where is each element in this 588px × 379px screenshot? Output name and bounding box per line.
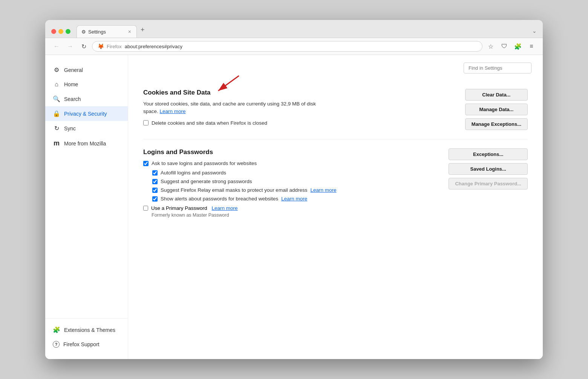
sidebar-item-search[interactable]: 🔍 Search	[45, 92, 128, 106]
settings-tab[interactable]: ⚙ Settings ×	[77, 25, 137, 38]
sidebar-item-support[interactable]: ? Firefox Support	[45, 337, 128, 351]
delete-cookies-checkbox-row: Delete cookies and site data when Firefo…	[143, 120, 450, 126]
back-button[interactable]: ←	[51, 41, 62, 52]
cookies-section-inner: Cookies and Site Data	[143, 89, 528, 130]
sidebar-extensions-label: Extensions & Themes	[64, 327, 115, 333]
tab-close-button[interactable]: ×	[127, 28, 132, 35]
logins-left: Logins and Passwords Ask to save logins …	[143, 148, 433, 218]
sidebar-item-privacy[interactable]: 🔒 Privacy & Security	[45, 106, 128, 121]
primary-password-label: Use a Primary Password	[151, 205, 207, 211]
reload-button[interactable]: ↻	[78, 41, 89, 52]
extensions-icon[interactable]: 🧩	[513, 41, 523, 52]
saved-logins-button[interactable]: Saved Logins...	[449, 163, 528, 175]
sidebar-mozilla-label: More from Mozilla	[64, 141, 106, 147]
strong-passwords-label: Suggest and generate strong passwords	[161, 179, 252, 184]
primary-pw-learn-more-link[interactable]: Learn more	[212, 205, 238, 211]
window-controls-right: ⌄	[532, 28, 537, 38]
manage-exceptions-button[interactable]: Manage Exceptions...	[465, 118, 528, 130]
home-icon: ⌂	[53, 81, 60, 88]
title-with-arrow: Cookies and Site Data	[143, 89, 211, 100]
cookies-buttons: Clear Data... Manage Data... Manage Exce…	[465, 89, 528, 130]
privacy-icon: 🔒	[53, 110, 60, 117]
relay-learn-more-link[interactable]: Learn more	[310, 187, 336, 193]
extensions-sidebar-icon: 🧩	[53, 326, 60, 333]
logins-sub-checkboxes: Autofill logins and passwords Suggest an…	[143, 170, 433, 202]
content-area: Cookies and Site Data	[128, 55, 543, 359]
firefox-label: Firefox	[107, 44, 122, 49]
breach-learn-more-link[interactable]: Learn more	[281, 196, 307, 202]
sidebar-item-extensions[interactable]: 🧩 Extensions & Themes	[45, 322, 128, 337]
svg-line-1	[218, 76, 239, 91]
delete-cookies-label: Delete cookies and site data when Firefo…	[152, 120, 267, 126]
nav-right-icons: ☆ 🛡 🧩 ≡	[485, 41, 537, 52]
ask-save-checkbox[interactable]	[143, 161, 149, 166]
support-icon: ?	[53, 341, 60, 348]
title-bar: ⚙ Settings × + ⌄	[45, 20, 543, 38]
browser-window: ⚙ Settings × + ⌄ ← → ↻ 🦊 Firefox about:p…	[45, 20, 543, 359]
traffic-lights	[51, 29, 70, 38]
logins-section: Logins and Passwords Ask to save logins …	[143, 148, 528, 218]
relay-checkbox[interactable]	[152, 188, 158, 193]
autofill-row: Autofill logins and passwords	[152, 170, 433, 176]
mozilla-icon: m	[53, 139, 60, 147]
section-divider	[143, 139, 528, 139]
ask-save-row: Ask to save logins and passwords for web…	[143, 160, 433, 166]
primary-password-row: Use a Primary Password Learn more	[143, 205, 433, 211]
logins-buttons: Exceptions... Saved Logins... Change Pri…	[449, 148, 528, 190]
search-icon: 🔍	[53, 95, 60, 102]
change-primary-pw-button[interactable]: Change Primary Password...	[449, 178, 528, 190]
delete-cookies-checkbox[interactable]	[143, 120, 149, 125]
ask-save-label: Ask to save logins and passwords for web…	[152, 160, 257, 166]
sidebar-sync-label: Sync	[64, 125, 76, 131]
bookmark-icon[interactable]: ☆	[485, 41, 496, 52]
autofill-checkbox[interactable]	[152, 170, 158, 176]
sidebar-privacy-label: Privacy & Security	[64, 111, 107, 117]
sidebar-bottom: 🧩 Extensions & Themes ? Firefox Support	[45, 318, 128, 351]
sidebar-item-sync[interactable]: ↻ Sync	[45, 121, 128, 136]
strong-passwords-checkbox[interactable]	[152, 179, 158, 184]
logins-section-inner: Logins and Passwords Ask to save logins …	[143, 148, 528, 218]
sidebar-item-home[interactable]: ⌂ Home	[45, 77, 128, 92]
pocket-icon[interactable]: 🛡	[499, 41, 510, 52]
manage-data-button[interactable]: Manage Data...	[465, 104, 528, 115]
nav-bar: ← → ↻ 🦊 Firefox about:preferences#privac…	[45, 38, 543, 55]
tab-area: ⚙ Settings × +	[77, 24, 529, 38]
address-text: about:preferences#privacy	[125, 44, 182, 49]
maximize-button[interactable]	[66, 29, 70, 34]
forward-button[interactable]: →	[65, 41, 75, 52]
tab-title: Settings	[88, 29, 106, 35]
sidebar: ⚙ General ⌂ Home 🔍 Search 🔒 Privacy & Se…	[45, 55, 128, 359]
sync-icon: ↻	[53, 125, 60, 132]
close-button[interactable]	[51, 29, 56, 34]
sidebar-nav: ⚙ General ⌂ Home 🔍 Search 🔒 Privacy & Se…	[45, 63, 128, 311]
cookies-left: Cookies and Site Data	[143, 89, 450, 126]
chevron-down-icon[interactable]: ⌄	[532, 28, 537, 34]
primary-pw-note: Formerly known as Master Password	[152, 212, 433, 218]
main-content: ⚙ General ⌂ Home 🔍 Search 🔒 Privacy & Se…	[45, 55, 543, 359]
primary-password-checkbox[interactable]	[143, 206, 148, 211]
cookies-section: Cookies and Site Data	[143, 89, 528, 130]
minimize-button[interactable]	[58, 29, 63, 34]
sidebar-item-general[interactable]: ⚙ General	[45, 63, 128, 77]
tab-settings-icon: ⚙	[81, 29, 86, 35]
sidebar-support-label: Firefox Support	[63, 341, 100, 347]
find-in-settings-input[interactable]	[464, 63, 531, 73]
sidebar-search-label: Search	[64, 96, 81, 102]
address-bar[interactable]: 🦊 Firefox about:preferences#privacy	[92, 41, 482, 52]
menu-icon[interactable]: ≡	[526, 41, 537, 52]
cookies-learn-more-link[interactable]: Learn more	[160, 109, 186, 114]
breach-alerts-label: Show alerts about passwords for breached…	[161, 196, 278, 202]
autofill-label: Autofill logins and passwords	[161, 170, 226, 176]
logins-title: Logins and Passwords	[143, 148, 433, 156]
exceptions-button[interactable]: Exceptions...	[449, 148, 528, 160]
sidebar-general-label: General	[64, 67, 83, 73]
breach-alerts-checkbox[interactable]	[152, 196, 158, 202]
relay-row: Suggest Firefox Relay email masks to pro…	[152, 187, 433, 193]
general-icon: ⚙	[53, 66, 60, 73]
new-tab-button[interactable]: +	[138, 24, 148, 35]
sidebar-item-mozilla[interactable]: m More from Mozilla	[45, 136, 128, 151]
cookies-title: Cookies and Site Data	[143, 89, 211, 96]
clear-data-button[interactable]: Clear Data...	[465, 89, 528, 101]
sidebar-home-label: Home	[64, 81, 78, 87]
strong-passwords-row: Suggest and generate strong passwords	[152, 179, 433, 184]
